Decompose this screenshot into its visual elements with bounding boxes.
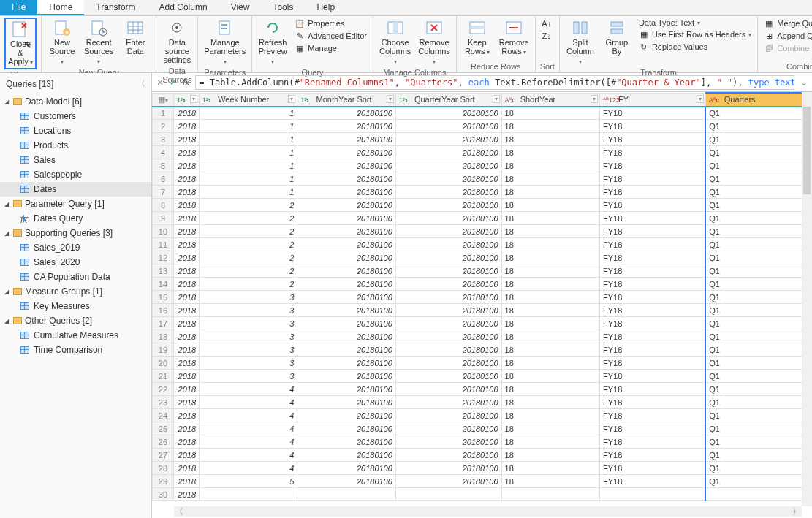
cell-my[interactable]: 20180100 bbox=[297, 199, 395, 212]
cell-year[interactable]: 2018 bbox=[173, 435, 199, 449]
filter-button[interactable]: ▾ bbox=[190, 95, 197, 103]
column-header-qy[interactable]: ▾1²₃ QuarterYear Sort bbox=[395, 93, 501, 107]
table-row[interactable]: 820182201801002018010018FY18Q1 bbox=[153, 199, 812, 212]
cell-my[interactable]: 20180100 bbox=[297, 251, 395, 264]
cell-qy[interactable]: 20180100 bbox=[395, 462, 501, 475]
column-header-fy[interactable]: ▾ᴬᴮ123 FY bbox=[599, 93, 705, 107]
cell-week[interactable]: 3 bbox=[200, 330, 297, 343]
cell-week[interactable]: 1 bbox=[200, 107, 297, 120]
table-row[interactable]: 1720183201801002018010018FY18Q1 bbox=[153, 317, 812, 330]
cell-my[interactable]: 20180100 bbox=[297, 133, 395, 146]
row-number[interactable]: 1 bbox=[153, 107, 174, 120]
query-folder[interactable]: ◢Data Model [6] bbox=[0, 94, 151, 109]
cell-q[interactable]: Q1 bbox=[705, 330, 811, 343]
cell-qy[interactable]: 20180100 bbox=[395, 396, 501, 409]
cell-sy[interactable]: 18 bbox=[501, 107, 599, 120]
formula-input[interactable]: = Table.AddColumn(#"Renamed Columns1", "… bbox=[195, 75, 794, 90]
scroll-right-button[interactable]: 〉 bbox=[792, 506, 802, 518]
cell-sy[interactable]: 18 bbox=[501, 278, 599, 291]
cell-my[interactable]: 20180100 bbox=[297, 225, 395, 238]
cell-q[interactable]: Q1 bbox=[705, 107, 811, 120]
table-row[interactable]: 2620184201801002018010018FY18Q1 bbox=[153, 435, 812, 449]
table-row[interactable]: 1220182201801002018010018FY18Q1 bbox=[153, 251, 812, 264]
cell-fy[interactable]: FY18 bbox=[599, 396, 705, 409]
cell-sy[interactable] bbox=[501, 488, 599, 501]
cell-my[interactable]: 20180100 bbox=[297, 278, 395, 291]
cell-qy[interactable]: 20180100 bbox=[395, 317, 501, 330]
cell-year[interactable]: 2018 bbox=[173, 488, 199, 501]
table-row[interactable]: 2320184201801002018010018FY18Q1 bbox=[153, 396, 812, 409]
cell-qy[interactable]: 20180100 bbox=[395, 186, 501, 199]
table-row[interactable]: 620181201801002018010018FY18Q1 bbox=[153, 172, 812, 186]
cell-week[interactable]: 2 bbox=[200, 251, 297, 264]
cell-week[interactable]: 4 bbox=[200, 409, 297, 422]
filter-button[interactable]: ▾ bbox=[697, 95, 704, 103]
cell-qy[interactable]: 20180100 bbox=[395, 449, 501, 462]
cell-year[interactable]: 2018 bbox=[173, 212, 199, 225]
vertical-scrollbar[interactable] bbox=[802, 92, 812, 506]
cell-qy[interactable]: 20180100 bbox=[395, 357, 501, 370]
row-number[interactable]: 10 bbox=[153, 225, 174, 238]
cell-week[interactable]: 2 bbox=[200, 278, 297, 291]
sort-asc-button[interactable]: A↓ bbox=[540, 18, 553, 29]
filter-button[interactable]: ▾ bbox=[493, 95, 500, 103]
cell-qy[interactable]: 20180100 bbox=[395, 107, 501, 120]
table-row[interactable]: 2020183201801002018010018FY18Q1 bbox=[153, 357, 812, 370]
cell-q[interactable]: Q1 bbox=[705, 475, 811, 488]
cell-sy[interactable]: 18 bbox=[501, 159, 599, 172]
merge-queries-button[interactable]: ▦Merge Queries▾ bbox=[762, 18, 812, 29]
cell-qy[interactable]: 20180100 bbox=[395, 225, 501, 238]
row-number[interactable]: 8 bbox=[153, 199, 174, 212]
cell-fy[interactable]: FY18 bbox=[599, 107, 705, 120]
cell-qy[interactable]: 20180100 bbox=[395, 435, 501, 449]
cell-q[interactable] bbox=[705, 488, 811, 501]
cell-year[interactable]: 2018 bbox=[173, 133, 199, 146]
row-number[interactable]: 11 bbox=[153, 238, 174, 251]
cell-week[interactable]: 3 bbox=[200, 343, 297, 357]
query-item[interactable]: Products bbox=[0, 138, 151, 153]
cell-fy[interactable]: FY18 bbox=[599, 120, 705, 133]
cell-my[interactable]: 20180100 bbox=[297, 370, 395, 383]
query-folder[interactable]: ◢Measure Groups [1] bbox=[0, 284, 151, 299]
table-row[interactable]: 2920185201801002018010018FY18Q1 bbox=[153, 475, 812, 488]
cell-my[interactable]: 20180100 bbox=[297, 304, 395, 317]
cell-q[interactable]: Q1 bbox=[705, 449, 811, 462]
query-item[interactable]: Time Comparison bbox=[0, 343, 151, 357]
cell-fy[interactable]: FY18 bbox=[599, 159, 705, 172]
table-row[interactable]: 1520183201801002018010018FY18Q1 bbox=[153, 291, 812, 304]
cell-week[interactable] bbox=[200, 488, 297, 501]
query-item[interactable]: Cumulative Measures bbox=[0, 328, 151, 343]
cell-my[interactable]: 20180100 bbox=[297, 330, 395, 343]
cell-week[interactable]: 2 bbox=[200, 264, 297, 278]
table-row[interactable]: 1820183201801002018010018FY18Q1 bbox=[153, 330, 812, 343]
row-number[interactable]: 15 bbox=[153, 291, 174, 304]
cell-fy[interactable]: FY18 bbox=[599, 251, 705, 264]
cell-qy[interactable]: 20180100 bbox=[395, 475, 501, 488]
cell-fy[interactable]: FY18 bbox=[599, 291, 705, 304]
cell-week[interactable]: 5 bbox=[200, 475, 297, 488]
table-row[interactable]: 2520184201801002018010018FY18Q1 bbox=[153, 422, 812, 435]
cell-fy[interactable]: FY18 bbox=[599, 370, 705, 383]
cell-year[interactable]: 2018 bbox=[173, 304, 199, 317]
choose-columns-button[interactable]: ChooseColumns bbox=[378, 18, 412, 67]
cell-qy[interactable]: 20180100 bbox=[395, 278, 501, 291]
table-row[interactable]: 1320182201801002018010018FY18Q1 bbox=[153, 264, 812, 278]
formula-expand-button[interactable]: ⌄ bbox=[800, 77, 808, 88]
row-number[interactable]: 3 bbox=[153, 133, 174, 146]
cell-week[interactable]: 4 bbox=[200, 383, 297, 396]
cell-week[interactable]: 2 bbox=[200, 225, 297, 238]
menu-add-column[interactable]: Add Column bbox=[148, 0, 219, 15]
cell-qy[interactable]: 20180100 bbox=[395, 120, 501, 133]
table-row[interactable]: 920182201801002018010018FY18Q1 bbox=[153, 212, 812, 225]
cell-q[interactable]: Q1 bbox=[705, 159, 811, 172]
column-header-year[interactable]: ▾1²₃ bbox=[173, 93, 199, 107]
cell-qy[interactable]: 20180100 bbox=[395, 291, 501, 304]
cell-week[interactable]: 3 bbox=[200, 291, 297, 304]
cell-year[interactable]: 2018 bbox=[173, 462, 199, 475]
combine-files-button[interactable]: 🗐Combine Files bbox=[762, 42, 812, 54]
cell-fy[interactable]: FY18 bbox=[599, 133, 705, 146]
split-column-button[interactable]: SplitColumn bbox=[564, 18, 596, 67]
advanced-editor-button[interactable]: ✎Advanced Editor bbox=[293, 30, 368, 42]
cell-qy[interactable]: 20180100 bbox=[395, 159, 501, 172]
cell-year[interactable]: 2018 bbox=[173, 422, 199, 435]
